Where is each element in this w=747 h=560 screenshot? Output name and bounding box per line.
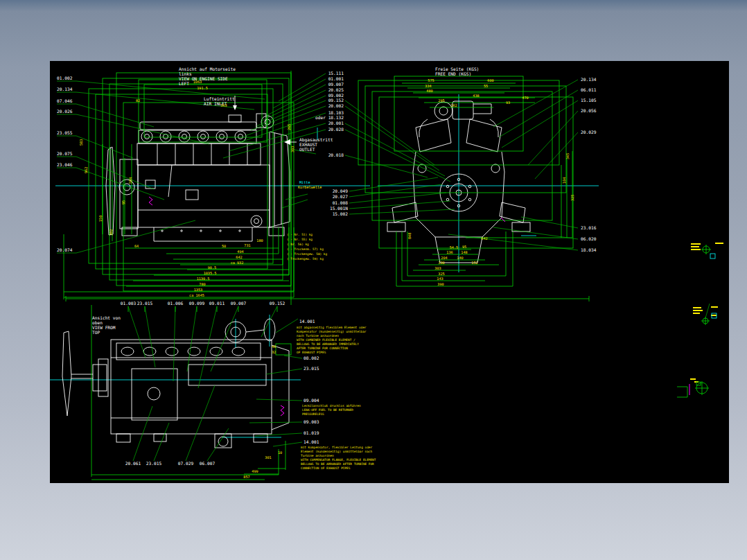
dim-value: 54.5 bbox=[450, 245, 459, 250]
air-inlet-label-de: Lufteintritt bbox=[204, 96, 235, 101]
part-ref: 20.061 bbox=[125, 461, 141, 466]
dim-value: 334 bbox=[425, 84, 431, 88]
note-line: nach Turbine anzuordnen bbox=[297, 334, 339, 338]
part-ref: 20.134 bbox=[57, 87, 73, 91]
part-ref: 09.099 bbox=[189, 301, 205, 306]
detail-symbol-a bbox=[691, 243, 723, 259]
dim-value: 600 bbox=[487, 78, 493, 82]
part-ref: 23.016 bbox=[581, 225, 597, 230]
note-line: WITH COMPENSATOR FLANGE, FLEXIBLE ELEMEN… bbox=[301, 458, 376, 462]
part-ref: 01.003 bbox=[121, 301, 137, 306]
dim-value: 1353 bbox=[194, 288, 203, 292]
dim-value: 302 bbox=[109, 229, 113, 236]
part-ref: 06.020 bbox=[581, 236, 597, 241]
dim-value: 82 bbox=[136, 98, 140, 103]
part-ref: 18.034 bbox=[581, 247, 597, 252]
dim-value: 162 bbox=[450, 103, 457, 107]
dim-value: 1063 bbox=[193, 80, 202, 84]
part-ref: 18.103 bbox=[328, 110, 344, 115]
part-ref: 14.001 bbox=[304, 439, 319, 444]
dim-value: 104 bbox=[562, 177, 566, 184]
dim-value: 10 bbox=[278, 450, 282, 455]
dim-value: 265 bbox=[287, 124, 291, 130]
centerline-part-label: Kurbelwelle bbox=[298, 185, 322, 189]
part-ref: 23.055 bbox=[57, 130, 73, 135]
part-ref: oder 18.132 bbox=[315, 115, 344, 120]
dim-value: 191.5 bbox=[197, 86, 208, 90]
part-ref: 15.111 bbox=[328, 71, 344, 76]
annotation-text: Ansicht auf Motorseite links VIEW ON ENG… bbox=[57, 67, 597, 479]
note-line: PRESSURELESS bbox=[302, 412, 324, 416]
note-line: Turbine anzuordnen bbox=[301, 454, 334, 457]
dim-value: 50 bbox=[222, 244, 226, 248]
note-line: Leckölanschluß drucklos abführen bbox=[302, 404, 361, 408]
dim-value: 143 bbox=[437, 277, 443, 281]
weights-line: ( - Nr. 51) kg bbox=[287, 233, 313, 236]
dim-value: 295 bbox=[438, 98, 444, 103]
dim-value: 470 bbox=[522, 96, 528, 100]
note-line: WITH COMBINED FLEXIBLE ELEMENT / bbox=[297, 338, 355, 342]
part-ref: 20.075 bbox=[57, 151, 73, 156]
dim-frame-top-view bbox=[91, 305, 291, 480]
part-ref: 23.046 bbox=[57, 162, 73, 167]
dim-value: 480 bbox=[426, 89, 432, 93]
side-view-title-de2: links bbox=[179, 71, 192, 76]
centerlines bbox=[50, 94, 599, 437]
part-ref: 20.134 bbox=[581, 77, 597, 82]
part-ref: 01.006 bbox=[168, 301, 184, 306]
part-ref: 06.011 bbox=[581, 87, 597, 92]
dim-value: 731 bbox=[244, 243, 250, 247]
part-ref: 15.002 bbox=[333, 211, 349, 216]
dim-value: 93 bbox=[506, 100, 510, 105]
part-ref: 09.002 bbox=[328, 93, 344, 98]
part-ref: 09.004 bbox=[304, 398, 319, 403]
weights-line: ( - Trockengew. 58) kg bbox=[287, 252, 328, 256]
dim-value: 583 bbox=[79, 139, 83, 146]
part-ref: 20.028 bbox=[328, 127, 344, 132]
dim-frame-front-view bbox=[358, 76, 573, 286]
dim-value: 962 bbox=[84, 167, 88, 173]
part-ref: 09.007 bbox=[328, 82, 344, 87]
exhaust-label-en2: OUTLET bbox=[299, 147, 315, 152]
dim-value: 303 bbox=[290, 146, 295, 152]
dim-value: 363 bbox=[220, 103, 227, 107]
part-ref: 20.049 bbox=[333, 189, 349, 193]
part-ref: 23.015 bbox=[304, 366, 319, 371]
weights-line: ( - Nr. 55) kg bbox=[287, 238, 313, 241]
dim-value: 857 bbox=[243, 475, 249, 479]
dim-value: 642 bbox=[481, 236, 487, 240]
dim-value: ca 1645 bbox=[189, 293, 204, 297]
part-ref: 20.025 bbox=[328, 87, 344, 92]
dim-value: 95 bbox=[121, 200, 125, 204]
part-ref: 14.001 bbox=[299, 319, 315, 324]
dim-value: 148 bbox=[461, 250, 467, 254]
part-ref: 20.029 bbox=[581, 130, 597, 134]
dim-value: 325 bbox=[570, 195, 574, 201]
engine-drawing: Ansicht auf Motorseite links VIEW ON ENG… bbox=[50, 61, 729, 483]
top-view-title-de: Ansicht von bbox=[92, 315, 121, 320]
top-view-title-de2: oben bbox=[92, 320, 103, 325]
part-ref: 23.015 bbox=[146, 461, 162, 466]
note-line: LEAK-OFF FUEL TO BE RETURNED bbox=[302, 408, 353, 412]
part-ref: 01.008 bbox=[333, 200, 349, 205]
dim-value: 390 bbox=[437, 282, 443, 286]
dim-value: 301 bbox=[265, 455, 271, 460]
note-line: BELLOWS TO BE ARRANGED IMMEDIATELY bbox=[297, 342, 359, 346]
dim-value: 330 bbox=[438, 261, 444, 265]
part-ref: 09.152 bbox=[270, 301, 285, 306]
part-ref: 20.026 bbox=[57, 109, 73, 114]
dim-value: 90.5 bbox=[208, 265, 217, 270]
dim-value: 848 bbox=[407, 233, 412, 239]
part-ref: 09.011 bbox=[209, 301, 225, 306]
part-ref: 23.015 bbox=[137, 301, 153, 306]
part-ref: 20.002 bbox=[328, 103, 344, 108]
side-view-title-de: Ansicht auf Motorseite bbox=[179, 67, 236, 71]
detail-symbol-b bbox=[693, 304, 718, 325]
part-ref: 15.001N bbox=[330, 206, 348, 211]
note-line: OF EXHAUST PIPES bbox=[297, 351, 326, 354]
part-ref: 01.001 bbox=[328, 76, 344, 81]
note-line: Kompensator (kundenseitig) unmittelbar bbox=[297, 330, 367, 333]
part-ref: 09.003 bbox=[304, 419, 319, 424]
weights-line: ( Nr. 56) kg bbox=[287, 243, 309, 246]
part-ref: 20.001 bbox=[328, 121, 344, 125]
